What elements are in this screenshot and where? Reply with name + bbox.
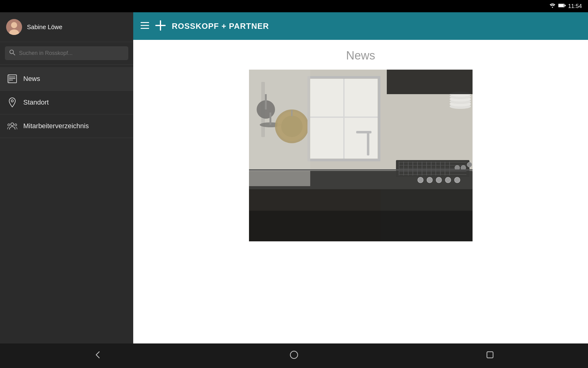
home-button[interactable] (282, 347, 306, 365)
location-icon (7, 98, 17, 107)
content-area: News (133, 40, 588, 343)
svg-rect-68 (249, 70, 310, 186)
bottom-nav (0, 343, 588, 368)
status-bar: 11:54 (0, 0, 588, 12)
svg-point-74 (436, 177, 442, 183)
svg-point-6 (10, 50, 13, 54)
app-container: Sabine Löwe (0, 12, 588, 343)
svg-point-46 (467, 162, 472, 167)
back-icon (94, 351, 102, 361)
sidebar: Sabine Löwe (0, 12, 133, 343)
svg-rect-1 (559, 4, 564, 7)
svg-rect-12 (8, 75, 10, 83)
svg-point-15 (8, 124, 10, 126)
recents-icon (486, 351, 494, 361)
home-icon (290, 351, 298, 361)
svg-point-72 (418, 177, 423, 183)
svg-rect-71 (249, 169, 473, 171)
svg-rect-67 (387, 70, 473, 94)
svg-rect-17 (141, 22, 149, 23)
svg-rect-70 (356, 131, 371, 133)
kitchen-visual (249, 70, 473, 241)
battery-icon (558, 3, 566, 9)
sidebar-item-mitarbeiter[interactable]: Mitarbeiterverzeichnis (0, 114, 133, 138)
search-input[interactable] (19, 50, 124, 56)
svg-point-73 (427, 177, 432, 183)
nav-items: News Standort (0, 65, 133, 138)
back-button[interactable] (86, 347, 110, 365)
svg-line-7 (13, 53, 15, 55)
svg-point-78 (290, 351, 298, 358)
sidebar-item-standort-label: Standort (23, 98, 49, 106)
top-bar: ROSSKOPF + PARTNER (133, 12, 588, 40)
news-icon (7, 74, 17, 84)
svg-rect-21 (155, 25, 166, 26)
main-content: ROSSKOPF + PARTNER News (133, 12, 588, 343)
page-title: News (346, 49, 375, 62)
sidebar-item-standort[interactable]: Standort (0, 91, 133, 114)
sidebar-item-mitarbeiter-label: Mitarbeiterverzeichnis (23, 122, 89, 130)
svg-point-4 (11, 22, 17, 28)
svg-rect-18 (141, 25, 149, 26)
user-header: Sabine Löwe (0, 12, 133, 42)
time-display: 11:54 (568, 3, 582, 10)
svg-point-76 (454, 177, 460, 183)
search-icon (9, 49, 15, 57)
svg-point-75 (445, 177, 451, 183)
plus-icon (155, 20, 166, 32)
status-icons: 11:54 (549, 3, 582, 10)
brand-name: ROSSKOPF + PARTNER (172, 21, 269, 31)
recents-button[interactable] (478, 347, 502, 365)
search-box[interactable] (5, 46, 128, 60)
people-icon (7, 121, 17, 131)
sidebar-item-news-label: News (23, 75, 40, 83)
svg-point-13 (11, 100, 13, 102)
search-container (0, 42, 133, 65)
svg-point-16 (15, 124, 17, 126)
avatar (6, 19, 22, 35)
svg-point-14 (11, 123, 13, 126)
svg-rect-79 (487, 352, 493, 358)
news-image (249, 70, 473, 241)
user-name: Sabine Löwe (27, 24, 62, 31)
svg-rect-69 (367, 131, 369, 155)
sidebar-item-news[interactable]: News (0, 67, 133, 91)
hamburger-icon[interactable] (141, 21, 149, 31)
wifi-icon (549, 3, 556, 9)
svg-rect-77 (249, 211, 473, 241)
svg-rect-19 (141, 28, 149, 29)
svg-rect-2 (565, 5, 566, 6)
